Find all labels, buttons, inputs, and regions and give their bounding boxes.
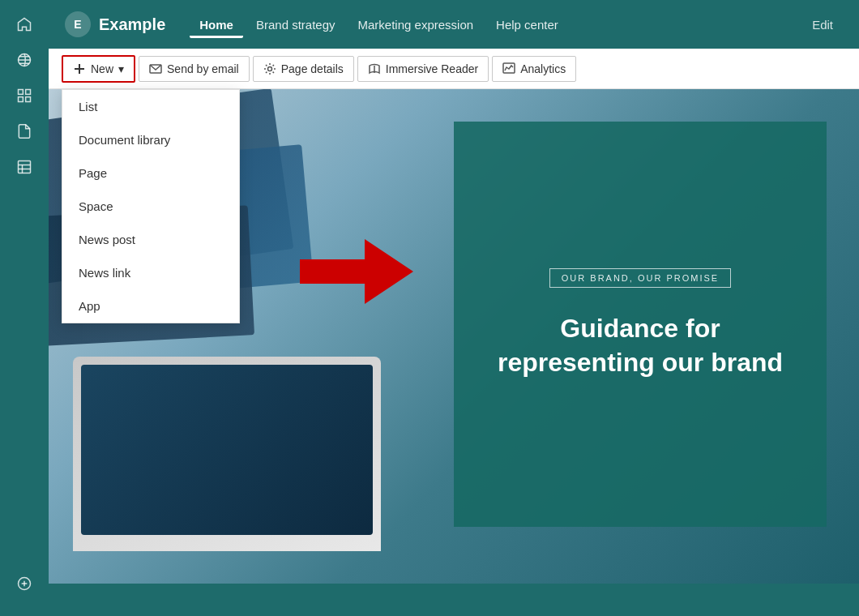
page-details-button[interactable]: Page details bbox=[253, 56, 354, 82]
site-logo: E bbox=[65, 11, 91, 37]
sidebar-item-table[interactable] bbox=[8, 151, 41, 183]
svg-rect-1 bbox=[19, 90, 24, 95]
sidebar-item-globe[interactable] bbox=[8, 44, 41, 76]
dropdown-item-page[interactable]: Page bbox=[62, 156, 239, 190]
brand-card: OUR BRAND, OUR PROMISE Guidance for repr… bbox=[454, 122, 827, 527]
toolbar: New ▾ Send by email Page details Immersi… bbox=[49, 49, 859, 89]
send-email-label: Send by email bbox=[167, 62, 239, 75]
device-laptop-screen bbox=[81, 365, 373, 535]
send-email-button[interactable]: Send by email bbox=[139, 56, 250, 82]
sidebar-add-button[interactable] bbox=[8, 567, 41, 600]
svg-rect-5 bbox=[19, 161, 31, 173]
dropdown-item-document-library[interactable]: Document library bbox=[62, 123, 239, 156]
email-icon bbox=[149, 62, 162, 75]
site-title: Example bbox=[99, 15, 165, 34]
sidebar bbox=[0, 0, 49, 616]
plus-icon bbox=[73, 62, 86, 75]
svg-rect-3 bbox=[19, 97, 24, 102]
main-content: E Example Home Brand strategy Marketing … bbox=[49, 0, 859, 616]
page-details-label: Page details bbox=[281, 62, 344, 75]
sidebar-item-grid[interactable] bbox=[8, 79, 41, 112]
dropdown-item-list[interactable]: List bbox=[62, 90, 239, 123]
analytics-icon bbox=[502, 62, 515, 75]
edit-button[interactable]: Edit bbox=[802, 11, 843, 38]
svg-marker-18 bbox=[300, 239, 413, 304]
sidebar-item-document[interactable] bbox=[8, 115, 41, 148]
dropdown-item-news-post[interactable]: News post bbox=[62, 223, 239, 256]
brand-card-title: Guidance for representing our brand bbox=[486, 312, 794, 379]
red-arrow-pointer bbox=[300, 235, 413, 308]
svg-point-15 bbox=[267, 66, 271, 71]
new-button[interactable]: New ▾ bbox=[62, 55, 135, 83]
settings-icon bbox=[263, 62, 276, 75]
sidebar-item-home[interactable] bbox=[8, 8, 41, 41]
nav-link-brand-strategy[interactable]: Brand strategy bbox=[246, 11, 345, 38]
svg-rect-2 bbox=[26, 90, 31, 95]
nav-link-home[interactable]: Home bbox=[190, 11, 243, 38]
top-navigation: E Example Home Brand strategy Marketing … bbox=[49, 0, 859, 49]
nav-link-marketing-expression[interactable]: Marketing expression bbox=[348, 11, 484, 38]
dropdown-item-app[interactable]: App bbox=[62, 289, 239, 323]
new-dropdown-menu: List Document library Page Space News po… bbox=[62, 89, 240, 323]
new-button-label: New bbox=[91, 62, 113, 75]
dropdown-item-news-link[interactable]: News link bbox=[62, 256, 239, 289]
dropdown-item-space[interactable]: Space bbox=[62, 190, 239, 223]
immersive-reader-label: Immersive Reader bbox=[386, 62, 478, 75]
svg-rect-4 bbox=[26, 97, 31, 102]
bottom-bar bbox=[49, 584, 859, 616]
nav-links: Home Brand strategy Marketing expression… bbox=[190, 11, 802, 38]
reader-icon bbox=[368, 62, 381, 75]
device-laptop bbox=[73, 357, 381, 551]
new-dropdown-arrow: ▾ bbox=[118, 62, 124, 75]
brand-card-tag: OUR BRAND, OUR PROMISE bbox=[549, 268, 731, 288]
analytics-button[interactable]: Analytics bbox=[492, 56, 576, 82]
analytics-label: Analytics bbox=[520, 62, 566, 75]
immersive-reader-button[interactable]: Immersive Reader bbox=[357, 56, 489, 82]
nav-link-help-center[interactable]: Help center bbox=[486, 11, 568, 38]
